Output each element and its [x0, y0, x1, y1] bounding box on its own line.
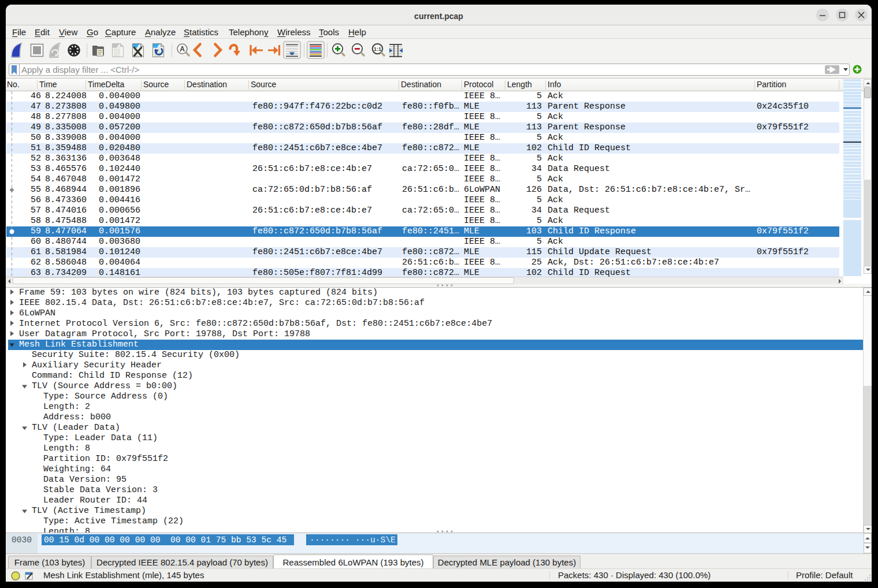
svg-text:0011: 0011 [114, 54, 120, 57]
svg-text:1:1: 1:1 [374, 46, 381, 52]
svg-text:A: A [180, 45, 185, 53]
